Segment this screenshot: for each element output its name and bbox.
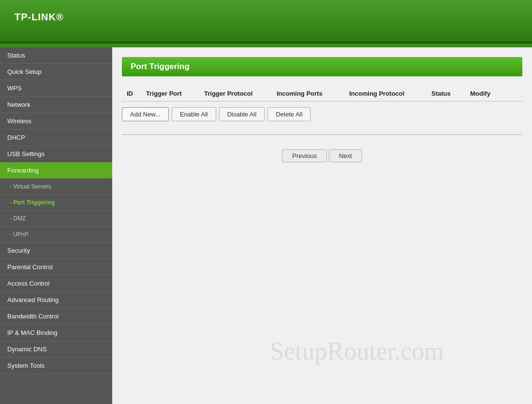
sidebar-item-status[interactable]: Status — [0, 47, 112, 64]
col-id: ID — [127, 90, 146, 97]
main-content: Port Triggering ID Trigger Port Trigger … — [112, 47, 532, 404]
green-bar — [0, 43, 532, 47]
previous-button[interactable]: Previous — [282, 149, 327, 162]
sidebar-item-bandwidth-control[interactable]: Bandwidth Control — [0, 308, 112, 325]
logo: TP-LINK® — [15, 11, 64, 31]
sidebar-item-dhcp[interactable]: DHCP — [0, 130, 112, 146]
sidebar-item-dmz[interactable]: - DMZ — [0, 211, 112, 227]
sidebar-item-port-triggering[interactable]: - Port Triggering — [0, 195, 112, 211]
sidebar-item-dynamic-dns[interactable]: Dynamic DNS — [0, 341, 112, 358]
add-new-button[interactable]: Add New... — [122, 107, 169, 121]
layout: StatusQuick SetupWPSNetworkWirelessDHCPU… — [0, 47, 532, 404]
sidebar-item-usb-settings[interactable]: USB Settings — [0, 146, 112, 162]
delete-all-button[interactable]: Delete All — [267, 107, 310, 121]
col-incoming-protocol: Incoming Protocol — [349, 90, 431, 97]
sidebar-item-wps[interactable]: WPS — [0, 80, 112, 97]
sidebar-item-upnp[interactable]: - UPnP — [0, 227, 112, 243]
enable-all-button[interactable]: Enable All — [172, 107, 216, 121]
buttons-area: Add New... Enable All Disable All Delete… — [122, 101, 522, 127]
disable-all-button[interactable]: Disable All — [219, 107, 265, 121]
nav-buttons: Previous Next — [122, 142, 522, 170]
col-incoming-ports: Incoming Ports — [277, 90, 349, 97]
sidebar-item-advanced-routing[interactable]: Advanced Routing — [0, 292, 112, 308]
page-title: Port Triggering — [122, 57, 522, 76]
divider — [122, 134, 522, 135]
sidebar-item-wireless[interactable]: Wireless — [0, 113, 112, 130]
sidebar-item-parental-control[interactable]: Parental Control — [0, 259, 112, 275]
sidebar: StatusQuick SetupWPSNetworkWirelessDHCPU… — [0, 47, 112, 404]
logo-text: TP-LINK — [15, 12, 56, 22]
col-trigger-port: Trigger Port — [146, 90, 204, 97]
watermark: SetupRouter.com — [270, 337, 444, 365]
sidebar-item-system-tools[interactable]: System Tools — [0, 358, 112, 374]
sidebar-item-security[interactable]: Security — [0, 243, 112, 259]
sidebar-item-access-control[interactable]: Access Control — [0, 275, 112, 292]
sidebar-item-virtual-servers[interactable]: - Virtual Servers — [0, 179, 112, 195]
col-modify: Modify — [470, 90, 509, 97]
sidebar-item-network[interactable]: Network — [0, 97, 112, 113]
header: TP-LINK® — [0, 0, 532, 43]
table-header: ID Trigger Port Trigger Protocol Incomin… — [122, 86, 522, 101]
sidebar-item-ip-mac-binding[interactable]: IP & MAC Binding — [0, 325, 112, 341]
next-button[interactable]: Next — [329, 149, 362, 162]
logo-trademark: ® — [56, 12, 64, 22]
sidebar-item-quick-setup[interactable]: Quick Setup — [0, 64, 112, 80]
col-trigger-protocol: Trigger Protocol — [204, 90, 277, 97]
col-status: Status — [431, 90, 470, 97]
sidebar-item-forwarding[interactable]: Forwarding — [0, 162, 112, 179]
